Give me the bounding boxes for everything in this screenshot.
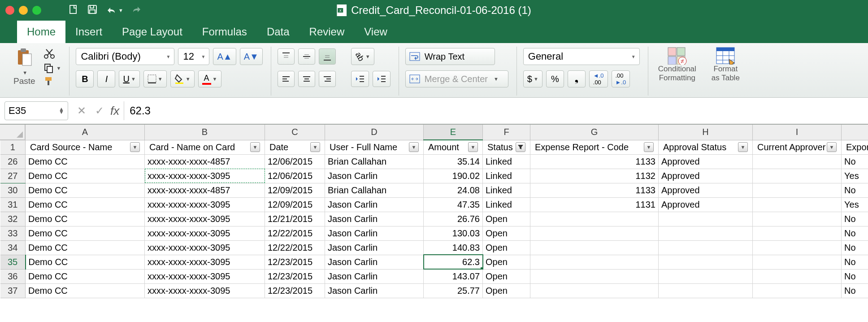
cell[interactable]: 190.02 [424, 169, 483, 183]
cell[interactable]: No [842, 269, 868, 283]
row-header-1[interactable]: 1 [0, 140, 26, 154]
cell[interactable] [659, 269, 753, 283]
column-header-F[interactable]: F [483, 125, 530, 140]
cell[interactable] [530, 283, 659, 298]
header-cell[interactable]: User - Full Name▼ [325, 140, 424, 154]
decrease-decimal-button[interactable]: .00►.0 [612, 70, 630, 87]
insert-function-button[interactable]: fx [110, 104, 119, 118]
cell[interactable]: Linked [483, 169, 530, 183]
header-cell[interactable]: Date▼ [265, 140, 325, 154]
italic-button[interactable]: I [97, 70, 115, 87]
cell[interactable] [753, 212, 842, 226]
cell[interactable]: 26.76 [424, 212, 483, 226]
cell[interactable]: 12/22/2015 [265, 240, 325, 255]
cell[interactable] [659, 255, 753, 269]
tab-data[interactable]: Data [257, 21, 299, 43]
header-cell[interactable]: Status [483, 140, 530, 154]
percent-button[interactable]: % [546, 70, 564, 87]
cell[interactable] [753, 283, 842, 298]
cell[interactable]: xxxx-xxxx-xxxx-3095 [145, 197, 265, 212]
cell[interactable]: Jason Carlin [325, 240, 424, 255]
cell[interactable]: Demo CC [26, 269, 145, 283]
cell[interactable]: Jason Carlin [325, 255, 424, 269]
header-cell[interactable]: Approval Status▼ [659, 140, 753, 154]
cell[interactable]: 35.14 [424, 154, 483, 169]
borders-button[interactable]: ▼ [143, 70, 167, 87]
number-format-select[interactable]: General [523, 48, 640, 65]
cell[interactable] [530, 226, 659, 240]
font-color-button[interactable]: A▼ [198, 70, 221, 87]
cell[interactable]: Jason Carlin [325, 197, 424, 212]
column-header-J[interactable]: J [842, 125, 868, 140]
header-cell[interactable]: Current Approver▼ [753, 140, 842, 154]
cell[interactable] [659, 212, 753, 226]
underline-button[interactable]: U▼ [119, 70, 139, 87]
cell[interactable]: Approved [659, 183, 753, 197]
cell[interactable]: Brian Callahan [325, 183, 424, 197]
new-workbook-icon[interactable] [68, 4, 79, 17]
cell[interactable]: xxxx-xxxx-xxxx-3095 [145, 240, 265, 255]
cell[interactable] [659, 226, 753, 240]
row-header-34[interactable]: 34 [0, 240, 26, 255]
undo-button[interactable]: ▼ [106, 6, 123, 15]
column-header-E[interactable]: E [424, 125, 483, 140]
row-header-32[interactable]: 32 [0, 212, 26, 226]
cell[interactable]: Demo CC [26, 240, 145, 255]
cell[interactable] [530, 212, 659, 226]
tab-formulas[interactable]: Formulas [192, 21, 257, 43]
cell[interactable] [530, 240, 659, 255]
cell[interactable]: xxxx-xxxx-xxxx-3095 [145, 255, 265, 269]
row-header-37[interactable]: 37 [0, 283, 26, 298]
cell[interactable]: Approved [659, 197, 753, 212]
cell[interactable]: 12/06/2015 [265, 154, 325, 169]
cell[interactable]: Jason Carlin [325, 283, 424, 298]
cut-icon[interactable] [43, 48, 61, 61]
cell[interactable]: 12/06/2015 [265, 169, 325, 183]
cell[interactable]: 1133 [530, 154, 659, 169]
cell[interactable] [659, 240, 753, 255]
filter-button[interactable]: ▼ [250, 142, 260, 152]
header-cell[interactable]: Card Source - Name▼ [26, 140, 145, 154]
conditional-formatting-button[interactable]: ≠ ConditionalFormatting [655, 47, 700, 83]
cell[interactable]: Brian Callahan [325, 154, 424, 169]
cell[interactable]: 24.08 [424, 183, 483, 197]
cell[interactable]: Demo CC [26, 283, 145, 298]
cell[interactable]: Open [483, 212, 530, 226]
tab-page-layout[interactable]: Page Layout [112, 21, 192, 43]
column-header-C[interactable]: C [265, 125, 325, 140]
align-center-button[interactable] [298, 71, 315, 87]
filter-button[interactable]: ▼ [827, 142, 837, 152]
cell[interactable] [530, 255, 659, 269]
row-header-35[interactable]: 35 [0, 255, 26, 269]
cell[interactable] [753, 183, 842, 197]
cell[interactable]: 25.77 [424, 283, 483, 298]
cell[interactable]: Jason Carlin [325, 269, 424, 283]
filter-button[interactable] [516, 142, 525, 152]
cell[interactable]: Approved [659, 154, 753, 169]
align-bottom-button[interactable] [319, 48, 336, 65]
comma-button[interactable]: ❟ [568, 70, 586, 87]
header-cell[interactable]: Exported▼ [842, 140, 868, 154]
cell[interactable]: Demo CC [26, 183, 145, 197]
font-name-select[interactable]: Calibri (Body) [76, 48, 174, 65]
column-header-B[interactable]: B [145, 125, 265, 140]
cell[interactable]: Yes [842, 197, 868, 212]
orientation-button[interactable]: ab▼ [351, 48, 374, 65]
spreadsheet-grid[interactable]: ABCDEFGHIJ1Card Source - Name▼Card - Nam… [0, 125, 868, 298]
cell[interactable]: Linked [483, 154, 530, 169]
cell[interactable]: Open [483, 226, 530, 240]
cell[interactable] [753, 255, 842, 269]
cell[interactable] [753, 226, 842, 240]
filter-button[interactable]: ▼ [738, 142, 748, 152]
wrap-text-button[interactable]: Wrap Text [405, 48, 495, 65]
cell[interactable]: Open [483, 269, 530, 283]
cell[interactable]: xxxx-xxxx-xxxx-4857 [145, 183, 265, 197]
select-all-corner[interactable] [0, 125, 25, 140]
font-size-select[interactable]: 12 [178, 48, 209, 65]
row-header-31[interactable]: 31 [0, 197, 26, 212]
cell[interactable]: Linked [483, 183, 530, 197]
decrease-font-button[interactable]: A▼ [240, 48, 263, 65]
cell[interactable]: No [842, 226, 868, 240]
cell[interactable] [753, 197, 842, 212]
cell[interactable]: No [842, 283, 868, 298]
